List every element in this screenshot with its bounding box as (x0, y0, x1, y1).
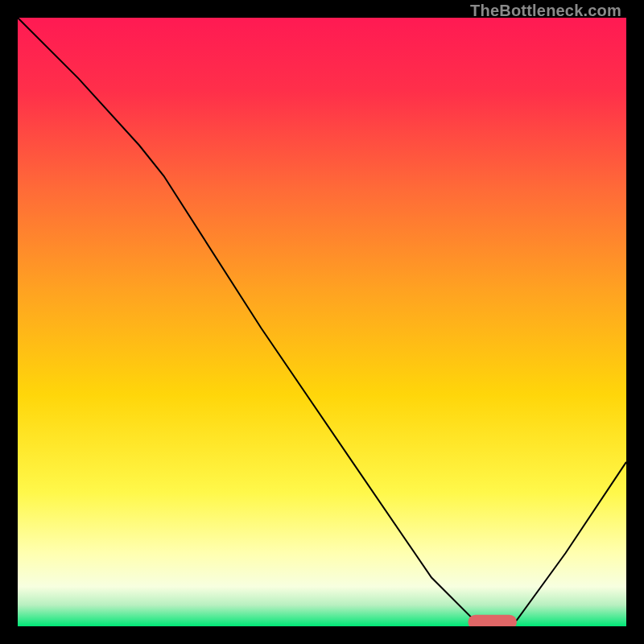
chart-svg (18, 18, 626, 626)
chart-background (18, 18, 626, 626)
optimal-marker (468, 615, 516, 626)
chart-frame (18, 18, 626, 626)
